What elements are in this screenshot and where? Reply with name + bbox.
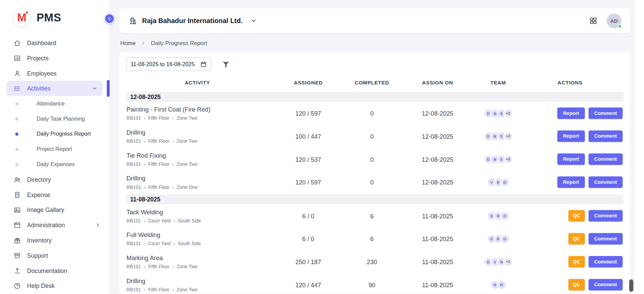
assigned-value: 120 / 537 [268, 156, 348, 163]
chevron-right-icon: › [144, 241, 145, 246]
location-segment: South Side [178, 218, 201, 223]
sidebar-item-label: Employees [27, 70, 57, 76]
completed-value: 6 [348, 212, 395, 219]
sidebar-item-expense[interactable]: Expense [0, 187, 109, 202]
completed-value: 230 [348, 258, 395, 266]
sidebar-item-administration[interactable]: Administration [0, 217, 109, 233]
comment-button[interactable]: Comment [588, 176, 623, 188]
sidebar-subitem-daily-task-planning[interactable]: Daily Task Planning [0, 111, 109, 126]
activity-name: Drilling [127, 277, 265, 285]
team-extra-count[interactable]: +2 [503, 132, 513, 141]
location-breadcrumb: RB101›Fifth Floor›Zone Two [127, 162, 265, 167]
qc-button[interactable]: QC [568, 279, 585, 291]
building-icon [129, 16, 137, 25]
qc-button[interactable]: QC [568, 233, 585, 244]
location-segment: Zone Two [177, 264, 198, 269]
location-breadcrumb: RB101›Court Yard›South Side [127, 218, 265, 223]
comment-button[interactable]: Comment [588, 210, 623, 221]
comment-button[interactable]: Comment [588, 131, 623, 142]
assigned-value: 100 / 447 [268, 133, 348, 140]
filter-button[interactable] [222, 60, 230, 68]
location-segment: Zone One [177, 184, 198, 190]
bullet-icon [15, 102, 19, 105]
chevron-right-icon: › [144, 184, 145, 190]
chevron-right-icon: › [144, 139, 145, 144]
team-member-avatar[interactable]: D [500, 234, 510, 243]
scrollbar-thumb[interactable] [629, 279, 633, 292]
comment-button[interactable]: Comment [588, 153, 623, 165]
sidebar-item-directory[interactable]: Directory [0, 172, 109, 187]
sidebar-item-projects[interactable]: Projects [0, 51, 109, 66]
team-extra-count[interactable]: +2 [503, 154, 513, 164]
comment-button[interactable]: Comment [588, 233, 623, 244]
assign-on-date: 12-08-2025 [395, 110, 480, 117]
sidebar-collapse-button[interactable] [104, 14, 114, 24]
team-avatars: SRD [480, 234, 517, 243]
sidebar-subitem-daily-expenses[interactable]: Daily Expenses [0, 157, 109, 172]
activity-cell: DrillingRB101›Fifth Floor›Zone Two [127, 277, 268, 292]
team-extra-count[interactable]: +2 [503, 257, 513, 267]
report-card: 11-08-2025 to 16-08-2025 ACTIVITYASSIGNE… [119, 52, 630, 294]
sidebar-item-documentation[interactable]: Documentation [0, 263, 109, 278]
date-range-input[interactable]: 11-08-2025 to 16-08-2025 [127, 57, 211, 71]
activity-name: Full Welding [127, 231, 265, 238]
bullet-icon [15, 148, 19, 151]
location-segment: Fifth Floor [148, 116, 170, 121]
sidebar-item-employees[interactable]: Employees [0, 66, 109, 81]
online-status-dot [618, 24, 622, 28]
location-segment: Fifth Floor [148, 162, 170, 167]
location-segment: Court Yard [148, 241, 171, 246]
apps-grid-button[interactable] [589, 16, 597, 25]
sidebar-item-image-gallary[interactable]: Image Gallary [0, 202, 109, 217]
sidebar-subitem-label: Daily Progress Report [37, 131, 91, 137]
location-breadcrumb: RB101›Fifth Floor›Zone Two [127, 264, 265, 269]
sidebar-subitem-daily-progress-report[interactable]: Daily Progress Report [0, 126, 109, 142]
chevron-right-icon: › [172, 287, 174, 292]
assign-on-date: 11-08-2025 [395, 258, 480, 266]
company-selector[interactable]: Raja Bahadur International Ltd. [129, 16, 257, 25]
qc-button[interactable]: QC [568, 256, 585, 268]
comment-button[interactable]: Comment [588, 279, 623, 291]
sidebar-subitem-label: Daily Expenses [37, 161, 75, 167]
team-member-avatar[interactable]: R [497, 280, 506, 290]
sidebar-item-help-desk[interactable]: Help Desk [0, 278, 109, 293]
report-button[interactable]: Report [557, 176, 585, 188]
assign-on-date: 11-08-2025 [395, 212, 480, 219]
team-extra-count[interactable]: +2 [503, 109, 513, 118]
report-button[interactable]: Report [557, 107, 585, 119]
chevron-right-icon: › [144, 287, 145, 292]
sidebar-item-dashboard[interactable]: Dashboard [0, 35, 109, 51]
column-header-assign-on: ASSIGN ON [395, 80, 480, 86]
date-range-value: 11-08-2025 to 16-08-2025 [131, 61, 195, 67]
activity-row: DrillingRB101›Fifth Floor›Zone Two100 / … [127, 125, 624, 148]
location-segment: Fifth Floor [148, 139, 170, 144]
qc-button[interactable]: QC [568, 210, 585, 221]
sidebar-item-inventory[interactable]: Inventory [0, 233, 109, 248]
sidebar-subitem-project-report[interactable]: Project Report [0, 141, 109, 157]
report-button[interactable]: Report [557, 153, 585, 165]
help-desk-icon [14, 282, 21, 290]
comment-button[interactable]: Comment [588, 107, 623, 119]
chevron-right-icon: › [172, 264, 174, 269]
user-avatar[interactable]: AD [607, 13, 622, 28]
completed-value: 0 [348, 110, 395, 117]
team-member-avatar[interactable]: D [500, 177, 510, 187]
sidebar-item-label: Projects [27, 55, 49, 61]
sidebar-subitem-attendance[interactable]: Attendance [0, 96, 109, 111]
team-avatars: VRD [480, 177, 517, 187]
comment-button[interactable]: Comment [588, 256, 623, 268]
assign-on-date: 11-08-2025 [395, 281, 480, 288]
completed-value: 90 [348, 281, 395, 288]
row-actions: ReportComment [517, 131, 624, 142]
sidebar-item-label: Image Gallary [27, 207, 64, 213]
team-member-avatar[interactable]: D [500, 211, 510, 220]
sidebar-item-activities[interactable]: Activities [6, 81, 103, 96]
home-icon [14, 39, 21, 47]
report-button[interactable]: Report [557, 131, 585, 142]
breadcrumb-home[interactable]: Home [120, 40, 135, 46]
sidebar-item-support[interactable]: Support [0, 248, 109, 263]
team-avatars: SRD [480, 211, 517, 220]
location-segment: RB101 [127, 162, 141, 167]
column-header-assigned: ASSIGNED [268, 80, 348, 86]
location-segment: RB101 [127, 287, 141, 292]
